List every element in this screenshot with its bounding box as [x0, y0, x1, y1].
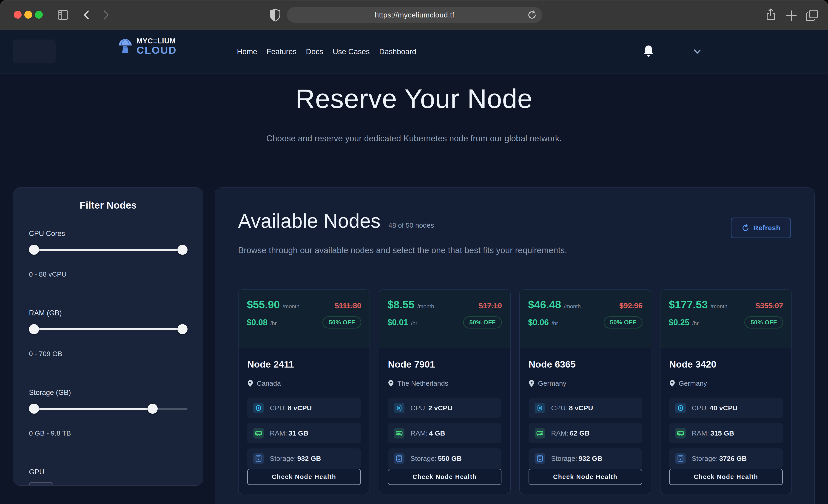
node-location: Canada [257, 379, 281, 387]
storage-range-slider[interactable] [29, 404, 188, 414]
hourly-unit: /hr [411, 320, 417, 327]
refresh-button[interactable]: Refresh [731, 217, 791, 238]
logo-wordmark: MYC≡LIUM CLOUD [136, 37, 177, 55]
ram-slider-max-handle[interactable] [177, 324, 188, 334]
filter-panel: Filter Nodes CPU Cores 0 - 88 vCPU RAM (… [13, 187, 203, 486]
storage-slider-max-handle[interactable] [148, 404, 158, 414]
check-node-health-button[interactable]: Check Node Health [669, 469, 783, 485]
spec-label: RAM: [410, 429, 428, 437]
spec-value: 2 vCPU [428, 404, 453, 412]
nav-link-home[interactable]: Home [237, 47, 257, 56]
spec-value: 40 vCPU [710, 404, 738, 412]
navbar-ghost-box [13, 40, 55, 64]
spec-row-cpu: CPU:40 vCPU [669, 398, 783, 418]
cpu-slider-min-handle[interactable] [29, 245, 39, 255]
ram-range-slider[interactable] [29, 324, 188, 334]
filter-gpu-label: GPU [29, 468, 44, 476]
share-icon[interactable] [765, 8, 777, 22]
card-body: Node 2411 Canada CPU:8 vCPU [239, 348, 370, 494]
check-node-health-button[interactable]: Check Node Health [247, 469, 361, 485]
node-card[interactable]: $8.55/month $17.10 $0.01/hr 50% OFF Node… [379, 289, 511, 494]
cpu-icon [675, 403, 686, 413]
back-icon[interactable] [82, 10, 91, 20]
logo-line1-pre: MYC [136, 37, 153, 45]
card-pricing-header: $8.55/month $17.10 $0.01/hr 50% OFF [379, 290, 510, 348]
node-card[interactable]: $177.53/month $355.07 $0.25/hr 50% OFF N… [660, 289, 792, 494]
storage-slider-fill [29, 408, 153, 410]
ram-icon [253, 428, 264, 438]
card-body: Node 3420 Germany CPU:40 vCPU [660, 348, 791, 494]
card-pricing-header: $177.53/month $355.07 $0.25/hr 50% OFF [660, 290, 791, 348]
spec-label: RAM: [692, 429, 709, 437]
account-chevron-down-icon[interactable] [693, 49, 702, 55]
location-pin-icon [247, 380, 253, 387]
node-cards-row: $55.90/month $111.80 $0.08/hr 50% OFF No… [238, 289, 792, 494]
nav-link-dashboard[interactable]: Dashboard [379, 47, 416, 56]
filter-cpu-label: CPU Cores [29, 229, 65, 238]
privacy-shield-icon[interactable] [270, 8, 281, 22]
reload-icon[interactable] [527, 10, 537, 20]
cpu-range-slider[interactable] [29, 245, 188, 255]
close-window-button[interactable] [14, 11, 22, 18]
hourly-unit: /hr [551, 320, 558, 327]
spec-value: 315 GB [710, 429, 734, 437]
spec-row-cpu: CPU:8 vCPU [247, 398, 361, 418]
ram-icon [394, 428, 405, 438]
tab-overview-icon[interactable] [806, 9, 819, 22]
page-title: Reserve Your Node [0, 83, 828, 114]
cpu-slider-max-handle[interactable] [177, 245, 188, 255]
spec-label: RAM: [551, 429, 568, 437]
hourly-price: $0.25 [669, 318, 690, 327]
mycelium-logo-icon [118, 38, 133, 55]
spec-row-cpu: CPU:8 vCPU [529, 398, 642, 418]
monthly-unit: /month [417, 303, 434, 310]
nav-link-docs[interactable]: Docs [306, 47, 323, 56]
sidebar-toggle-icon[interactable] [57, 10, 69, 20]
spec-label: CPU: [692, 404, 708, 412]
spec-value: 550 GB [438, 455, 461, 462]
spec-label: Storage: [410, 455, 437, 462]
spec-row-ram: RAM:62 GB [529, 423, 642, 444]
cpu-icon [535, 403, 545, 413]
nav-link-features[interactable]: Features [266, 47, 296, 56]
nav-link-use-cases[interactable]: Use Cases [333, 47, 370, 56]
forward-icon[interactable] [101, 10, 111, 20]
site-logo[interactable]: MYC≡LIUM CLOUD [118, 37, 177, 55]
spec-label: CPU: [270, 404, 286, 412]
spec-value: 3726 GB [719, 455, 747, 462]
spec-list: CPU:8 vCPU RAM:62 GB Storage:932 GB [529, 398, 642, 469]
spec-value: 932 GB [578, 455, 602, 462]
gpu-toggle[interactable] [29, 482, 53, 486]
monthly-price: $8.55 [387, 298, 415, 311]
site-navbar: MYC≡LIUM CLOUD Home Features Docs Use Ca… [0, 30, 828, 74]
monthly-unit: /month [283, 303, 299, 310]
node-card[interactable]: $55.90/month $111.80 $0.08/hr 50% OFF No… [238, 289, 370, 494]
spec-row-ram: RAM:31 GB [247, 423, 361, 444]
hourly-unit: /hr [270, 320, 277, 327]
notifications-bell-icon[interactable] [643, 45, 655, 58]
zoom-window-button[interactable] [35, 11, 43, 18]
location-pin-icon [529, 380, 535, 387]
refresh-icon [741, 224, 750, 232]
ram-slider-min-handle[interactable] [29, 324, 39, 334]
filter-cpu-range: 0 - 88 vCPU [29, 270, 67, 278]
spec-row-ram: RAM:315 GB [669, 423, 783, 444]
discount-badge: 50% OFF [463, 316, 502, 329]
filter-title: Filter Nodes [13, 200, 203, 211]
storage-slider-min-handle[interactable] [29, 404, 39, 414]
spec-value: 31 GB [288, 429, 308, 437]
discount-badge: 50% OFF [744, 316, 783, 329]
minimize-window-button[interactable] [24, 11, 32, 18]
node-location: The Netherlands [397, 379, 448, 387]
address-bar[interactable]: https://myceliumcloud.tf [287, 7, 542, 23]
spec-value: 4 GB [429, 429, 445, 437]
check-node-health-button[interactable]: Check Node Health [388, 469, 501, 485]
spec-label: CPU: [410, 404, 427, 412]
new-tab-icon[interactable] [786, 10, 797, 21]
node-name: Node 2411 [247, 359, 361, 370]
filter-storage-range: 0 GB - 9.8 TB [29, 429, 71, 437]
url-text: https://myceliumcloud.tf [375, 11, 454, 19]
node-card[interactable]: $46.48/month $92.96 $0.06/hr 50% OFF Nod… [520, 289, 651, 494]
check-node-health-button[interactable]: Check Node Health [529, 469, 642, 485]
spec-value: 8 vCPU [569, 404, 593, 412]
